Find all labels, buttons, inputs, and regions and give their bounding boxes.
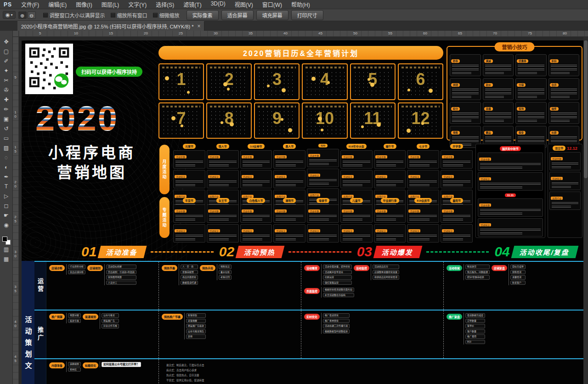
mindmap-node[interactable]: 根据数据及时调整投放 — [323, 329, 350, 334]
menu-item[interactable]: 滤镜(T) — [179, 0, 206, 8]
shape-tool[interactable]: ◻ — [2, 201, 11, 211]
phase-ribbon[interactable]: 活动准备 — [98, 246, 147, 258]
menu-item[interactable]: 文字(Y) — [124, 0, 151, 8]
menu-item[interactable]: 文件(F) — [17, 0, 44, 8]
history-brush-tool[interactable]: ↺ — [2, 124, 11, 134]
document-canvas[interactable]: 扫码可以获得小程序扶持 2020 小程序电商 营销地图 2020营销日历&全年营… — [22, 40, 583, 384]
mindmap-node[interactable]: 根据转化情况调整页面布局 — [323, 288, 354, 292]
mindmap-node[interactable]: 客户数量 — [465, 329, 485, 334]
mindmap-badge[interactable]: 推广预算 — [49, 314, 65, 320]
blur-tool[interactable]: ◌ — [2, 153, 11, 163]
mindmap-node[interactable]: 物流发货 — [465, 265, 490, 269]
mindmap-badge[interactable]: 预热推广节奏 — [162, 314, 183, 320]
event-column[interactable]: 女王节活动主题活动玩法 — [207, 198, 239, 243]
mindmap-node[interactable]: 微信客服运营 — [323, 281, 352, 285]
clone-stamp-tool[interactable]: ▣ — [2, 114, 11, 124]
tip-card[interactable]: 折扣 — [548, 54, 580, 76]
eraser-tool[interactable]: ▭ — [2, 134, 11, 143]
mindmap-node[interactable]: 商品页面优化 — [181, 275, 198, 280]
pen-tool[interactable]: ✒ — [2, 172, 11, 182]
mindmap-badge[interactable]: 页面监控 — [304, 288, 320, 294]
mindmap-badge[interactable]: 店铺规划 — [87, 265, 103, 271]
checkbox-icon[interactable] — [153, 13, 158, 17]
color-swatches[interactable] — [2, 237, 11, 245]
phase-ribbon[interactable]: 活动爆发 — [373, 246, 423, 258]
hand-tool[interactable]: ☛ — [2, 211, 11, 220]
menu-item[interactable]: 选择(S) — [151, 0, 179, 8]
mindmap-node[interactable]: 其他 — [186, 334, 206, 339]
type-tool[interactable]: T — [2, 182, 11, 192]
mindmap-node[interactable]: 朋友圈广告投放 — [186, 324, 206, 328]
calendar-month[interactable]: 6 — [398, 63, 443, 100]
mindmap-badge[interactable]: 活动爆发 — [304, 265, 320, 271]
mindmap-node[interactable]: 选题规划 — [68, 362, 81, 367]
zoom-option-checkbox[interactable]: 细微缩放 — [153, 11, 180, 19]
menu-item[interactable]: 3D(D) — [206, 0, 230, 8]
mindmap-node[interactable]: 营销费用预算 — [106, 275, 136, 280]
mindmap-node[interactable]: ROI — [465, 340, 485, 344]
tip-card[interactable]: 砍价 — [483, 78, 514, 100]
mindmap-node[interactable]: 人员分工 — [106, 281, 136, 285]
gradient-tool[interactable]: ▨ — [2, 143, 11, 153]
move-tool[interactable]: ✥ — [2, 37, 11, 47]
mindmap-node[interactable]: 活动全面放量，提升转化 — [323, 265, 352, 269]
mindmap-node[interactable]: 行业趋势分析 — [68, 265, 85, 269]
mindmap-badge[interactable]: 预热手段 — [200, 265, 215, 271]
menu-item[interactable]: 图层(L) — [97, 0, 124, 8]
tip-card[interactable]: 直播 — [483, 102, 514, 124]
mindmap-badge[interactable]: 店铺诊断 — [49, 265, 65, 271]
tip-card[interactable]: 分销 — [515, 78, 547, 100]
mindmap-node[interactable]: 流量情况 — [510, 275, 526, 280]
mindmap-node[interactable]: 推广渠道优化 — [323, 313, 350, 318]
scrollbar-thumb[interactable] — [584, 40, 588, 178]
mindmap-badge[interactable]: 渠道规划 — [83, 314, 98, 320]
event-column[interactable]: 白色情人节活动主题活动玩法 — [240, 198, 272, 243]
zoom-option-checkbox[interactable]: 缩放所有窗口 — [111, 11, 147, 19]
calendar-month[interactable]: 11 — [350, 102, 396, 139]
calendar-month[interactable]: 10 — [302, 102, 347, 139]
calendar-month[interactable]: 4 — [302, 63, 347, 100]
mindmap-node[interactable]: 店铺整体流量转化效果 — [373, 270, 399, 275]
calendar-month[interactable]: 1 — [158, 63, 204, 100]
mindmap-badge[interactable]: 推广复盘 — [447, 314, 462, 320]
lasso-tool[interactable]: ✐ — [2, 56, 11, 66]
brush-tool[interactable]: ✏ — [2, 105, 11, 114]
mindmap-node[interactable]: 积分/优惠券核销 — [465, 275, 490, 280]
zoom-tool[interactable]: ◉ — [2, 220, 11, 230]
zoom-out-button[interactable]: ⊖ — [28, 11, 36, 19]
phase-ribbon[interactable]: 活动预热 — [236, 246, 285, 258]
mindmap-node[interactable]: 热销商品实时转化情况 — [373, 275, 399, 280]
eyedropper-tool[interactable]: ✇ — [2, 85, 11, 95]
menu-item[interactable]: 帮助(H) — [287, 0, 315, 8]
mindmap-node[interactable]: 销售情况 — [510, 270, 526, 275]
mindmap-node[interactable]: 老客唤醒 — [186, 319, 206, 323]
checkbox-icon[interactable] — [111, 13, 115, 17]
tip-card[interactable]: 拼团 — [450, 78, 481, 100]
mindmap-node[interactable]: 朋友圈广告 — [102, 319, 119, 323]
tool-preset-dropdown[interactable]: ◉ ▾ — [3, 11, 16, 19]
tip-card[interactable]: 积分 — [450, 102, 481, 124]
mindmap-badge[interactable]: 预热节奏 — [162, 265, 177, 271]
event-column[interactable]: 母亲节活动主题活动玩法 — [307, 198, 339, 243]
mindmap-badge[interactable]: 活动收尾 — [447, 265, 462, 271]
mindmap-node[interactable]: 预算分配 — [68, 313, 81, 318]
mindmap-node[interactable]: 补货或调整库存结构 — [323, 293, 354, 298]
menu-item[interactable]: 图像(I) — [71, 0, 96, 8]
mindmap-node[interactable]: 竞品店铺分析 — [68, 270, 85, 275]
mindmap-node[interactable]: 新客获取 — [186, 313, 206, 318]
mindmap-node[interactable]: 客单价 — [465, 324, 485, 328]
calendar-month[interactable]: 12 — [398, 102, 443, 139]
event-column[interactable]: 重阳节活动主题活动玩法 — [441, 198, 473, 243]
crop-tool[interactable]: ✂ — [2, 76, 11, 85]
marquee-tool[interactable]: ▢ — [2, 47, 11, 56]
checkbox-icon[interactable] — [43, 13, 48, 17]
calendar-month[interactable]: 9 — [254, 102, 300, 139]
mindmap-node[interactable]: 预售玩法 — [219, 265, 232, 269]
calendar-month[interactable]: 7 — [158, 102, 204, 139]
mindmap-node[interactable]: 蓄水拉新 — [219, 270, 232, 275]
event-column[interactable]: 毕业旅行季活动主题活动玩法 — [374, 198, 406, 243]
dodge-tool[interactable]: ◐ — [2, 163, 11, 172]
mindmap-node[interactable]: 订单数量 — [465, 319, 485, 323]
mindmap-node[interactable]: 活动高潮二次传播引流 — [323, 324, 350, 328]
path-select-tool[interactable]: ▷ — [2, 192, 11, 201]
